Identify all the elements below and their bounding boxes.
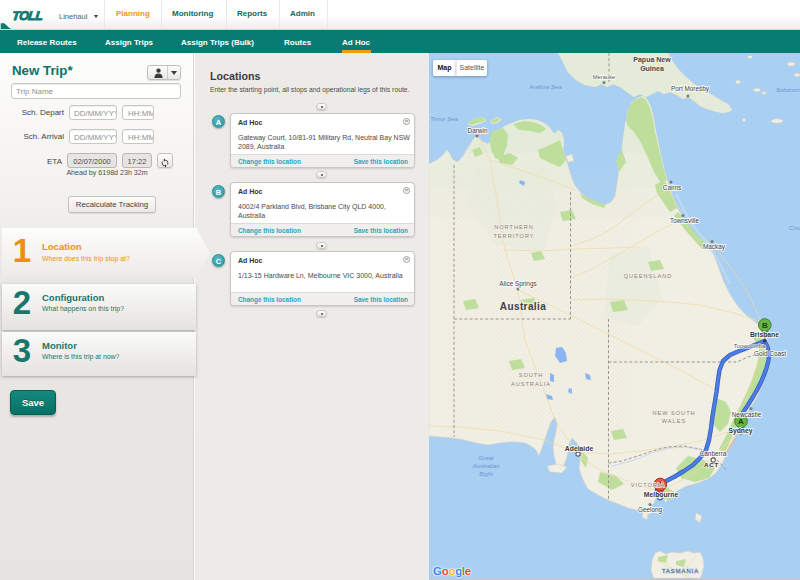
svg-text:B: B — [762, 321, 768, 330]
svg-text:NORTHERN: NORTHERN — [494, 224, 534, 230]
svg-text:NEW SOUTH: NEW SOUTH — [652, 410, 695, 416]
svg-text:Timor Sea: Timor Sea — [430, 116, 458, 122]
svg-text:Australia: Australia — [500, 301, 546, 312]
svg-text:Great: Great — [478, 455, 493, 461]
svg-text:VICTORIA: VICTORIA — [631, 482, 665, 488]
svg-text:Gold Coast: Gold Coast — [754, 350, 786, 357]
svg-text:Townsville: Townsville — [670, 217, 700, 224]
svg-text:Alice Springs: Alice Springs — [499, 280, 536, 288]
svg-text:Geelong: Geelong — [638, 506, 663, 514]
svg-text:Australian: Australian — [472, 463, 500, 469]
svg-text:Sydney: Sydney — [728, 427, 752, 435]
svg-text:QUEENSLAND: QUEENSLAND — [624, 273, 673, 279]
svg-text:Bight: Bight — [479, 471, 493, 477]
svg-text:ACT: ACT — [704, 461, 719, 468]
svg-text:Guinea: Guinea — [640, 65, 664, 72]
svg-text:SOUTH: SOUTH — [519, 372, 544, 378]
svg-text:Melbourne: Melbourne — [644, 491, 679, 498]
svg-text:Arafura Sea: Arafura Sea — [528, 84, 562, 90]
svg-text:TOLL: TOLL — [11, 9, 43, 23]
svg-text:Brisbane: Brisbane — [750, 331, 779, 338]
svg-text:TASMANIA: TASMANIA — [662, 568, 699, 574]
svg-text:Newcastle: Newcastle — [732, 411, 762, 418]
svg-text:WALES: WALES — [662, 418, 686, 424]
svg-text:Canberra: Canberra — [700, 450, 727, 457]
svg-text:TERRITORY: TERRITORY — [493, 233, 534, 239]
svg-text:Adelaide: Adelaide — [565, 445, 594, 452]
svg-text:Cairns: Cairns — [663, 184, 681, 191]
svg-text:Coral Sea: Coral Sea — [789, 225, 800, 231]
svg-text:Port Moresby: Port Moresby — [671, 85, 710, 93]
svg-text:Mackay: Mackay — [703, 243, 726, 251]
svg-text:Darwin: Darwin — [468, 127, 488, 134]
svg-text:Toowoomba: Toowoomba — [734, 343, 766, 349]
svg-text:Merauke: Merauke — [593, 74, 616, 80]
svg-text:AUSTRALIA: AUSTRALIA — [511, 381, 551, 387]
svg-text:Solomon Sea: Solomon Sea — [776, 87, 800, 93]
svg-text:A: A — [738, 417, 744, 426]
svg-text:Papua New: Papua New — [633, 56, 671, 64]
